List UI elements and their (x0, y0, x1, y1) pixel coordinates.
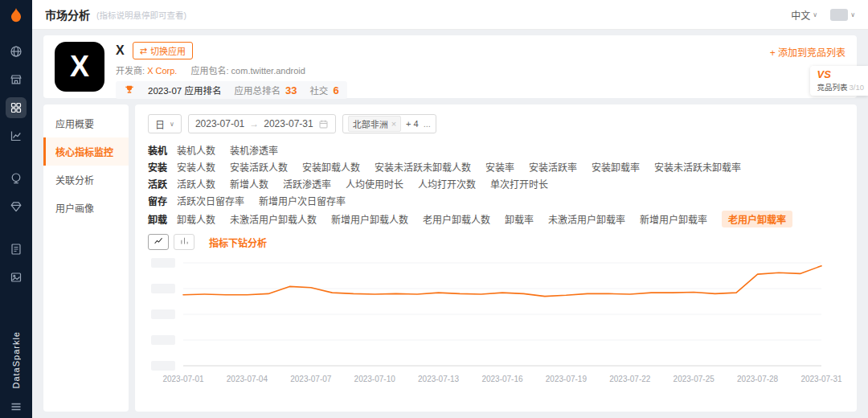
metric-link[interactable]: 安装未活跃未卸载率 (654, 160, 741, 174)
metric-link[interactable]: 安装人数 (177, 160, 215, 174)
chart-canvas: 2023-07-012023-07-042023-07-072023-07-10… (148, 258, 845, 395)
region-tag-label: 北部非洲 (353, 117, 388, 130)
calendar-icon (318, 119, 329, 129)
granularity-value: 日 (155, 117, 165, 131)
apps-grid-icon[interactable] (6, 97, 27, 118)
metric-link[interactable]: 新增用户卸载率 (640, 212, 707, 226)
svg-text:2023-07-28: 2023-07-28 (737, 375, 779, 383)
svg-text:2023-07-22: 2023-07-22 (609, 375, 651, 383)
developer-value[interactable]: X Corp. (147, 66, 177, 76)
metric-groups: 装机装机人数装机渗透率安装安装人数安装活跃人数安装卸载人数安装未活跃未卸载人数安… (148, 143, 844, 227)
account-menu[interactable]: ∨ (830, 9, 855, 21)
chevron-down-icon: ∨ (850, 11, 855, 18)
metric-link[interactable]: 装机人数 (177, 143, 215, 157)
metric-link[interactable]: 活跃次日留存率 (177, 194, 244, 207)
app-logo-x: X (55, 42, 104, 92)
remove-tag-icon[interactable]: × (391, 119, 396, 129)
drilldown-analysis-link[interactable]: 指标下钻分析 (209, 236, 267, 249)
market-icon[interactable] (6, 69, 27, 90)
metric-link[interactable]: 人均打开次数 (418, 177, 476, 191)
rank-period: 2023-07 应用排名 (148, 84, 221, 96)
metric-link[interactable]: 老用户卸载人数 (423, 212, 490, 226)
report-icon[interactable] (6, 239, 27, 260)
metric-link[interactable]: 老用户卸载率 (722, 211, 792, 227)
developer-label: 开发商: (116, 66, 145, 76)
svg-text:2023-07-07: 2023-07-07 (290, 375, 332, 383)
svg-text:2023-07-25: 2023-07-25 (674, 375, 715, 383)
datasparkle-flame-logo-icon[interactable] (7, 7, 25, 25)
metric-group-row: 活跃活跃人数新增人数活跃渗透率人均使用时长人均打开次数单次打开时长 (148, 177, 844, 191)
metric-link[interactable]: 安装未活跃未卸载人数 (375, 160, 471, 174)
metric-link[interactable]: 未激活用户卸载率 (548, 212, 625, 226)
svg-text:2023-07-19: 2023-07-19 (546, 375, 588, 383)
region-tag: 北部非洲 × (348, 116, 401, 132)
metric-link[interactable]: 新增用户次日留存率 (259, 194, 346, 207)
total-rank-value: 33 (285, 84, 297, 96)
sidebar: DataSparkle (0, 0, 32, 418)
language-selector[interactable]: 中文 ∨ (791, 8, 817, 22)
line-chart-icon (154, 235, 164, 249)
metric-link[interactable]: 装机渗透率 (230, 143, 278, 157)
submenu-item[interactable]: 关联分析 (43, 166, 129, 194)
package-value: com.twitter.android (231, 66, 305, 76)
globe-icon[interactable] (6, 41, 27, 62)
top-header: 市场分析 (指标说明悬停即可查看) 中文 ∨ ∨ (32, 0, 868, 29)
total-rank-label: 应用总排名 (234, 84, 280, 96)
vs-competitor-tab[interactable]: VS 竞品列表3/10 (810, 66, 868, 96)
region-filter[interactable]: 北部非洲 × + 4 ... (342, 114, 436, 133)
arrow-right-icon: → (249, 118, 259, 129)
app-summary-card: X X ⇄ 切换应用 开发商: X Corp. 应用包名: com.t (43, 35, 857, 98)
date-range-picker[interactable]: 2023-07-01 → 2023-07-31 (188, 114, 336, 133)
trend-chart-icon[interactable] (6, 125, 27, 146)
page-subtitle: (指标说明悬停即可查看) (96, 9, 186, 21)
switch-app-button[interactable]: ⇄ 切换应用 (133, 42, 193, 59)
category-rank-value: 6 (333, 84, 338, 96)
gem-icon[interactable] (6, 196, 27, 217)
world-analysis-icon[interactable] (6, 168, 27, 189)
granularity-select[interactable]: 日 ∨ (148, 114, 182, 133)
line-chart-toggle[interactable] (148, 234, 169, 250)
metric-link[interactable]: 活跃渗透率 (283, 177, 331, 191)
bar-chart-icon (179, 235, 190, 249)
metric-link[interactable]: 安装活跃率 (529, 160, 577, 174)
metric-link[interactable]: 未激活用户卸载人数 (230, 212, 317, 226)
metric-link[interactable]: 安装活跃人数 (230, 160, 288, 174)
metric-line-chart[interactable]: 2023-07-012023-07-042023-07-072023-07-10… (148, 258, 844, 395)
category-label: 社交 (309, 84, 328, 96)
metric-link[interactable]: 活跃人数 (177, 177, 215, 191)
chart-toolbar: 指标下钻分析 (148, 234, 844, 250)
competitor-list-summary: 竞品列表3/10 (817, 81, 864, 92)
region-more-count: + 4 (406, 119, 419, 129)
rank-strip: 2023-07 应用排名 应用总排名 33 社交 6 (116, 81, 347, 99)
app-root: DataSparkle 市场分析 (指标说明悬停即可查看) 中文 ∨ ∨ VS (0, 0, 868, 418)
vs-label: VS (817, 68, 864, 80)
metric-link[interactable]: 安装卸载人数 (302, 160, 360, 174)
bar-chart-toggle[interactable] (174, 234, 194, 250)
svg-text:2023-07-10: 2023-07-10 (354, 375, 396, 383)
metric-group-row: 装机装机人数装机渗透率 (148, 143, 844, 157)
add-to-competitor-list-button[interactable]: + 添加到竞品列表 (770, 45, 845, 59)
app-meta: 开发商: X Corp. 应用包名: com.twitter.android (116, 64, 845, 76)
metric-group-row: 留存活跃次日留存率新增用户次日留存率 (148, 194, 844, 207)
metric-link[interactable]: 新增用户卸载人数 (331, 212, 408, 226)
metric-group-label: 安装 (148, 160, 177, 174)
app-info: X ⇄ 切换应用 开发商: X Corp. 应用包名: com.twitter.… (116, 42, 845, 92)
topbar-right: 中文 ∨ ∨ (791, 8, 855, 22)
secondary-menu: 应用概要核心指标监控关联分析用户画像 (43, 104, 129, 412)
trophy-icon (124, 84, 135, 96)
metric-link[interactable]: 新增人数 (230, 177, 268, 191)
metric-link[interactable]: 安装率 (485, 160, 514, 174)
collapse-menu-icon[interactable] (10, 400, 23, 413)
region-ellipsis: ... (424, 119, 431, 129)
metric-link[interactable]: 卸载人数 (177, 212, 215, 226)
submenu-item[interactable]: 用户画像 (43, 194, 129, 222)
metric-link[interactable]: 安装卸载率 (592, 160, 640, 174)
category-rank: 社交 6 (309, 84, 338, 96)
page-title: 市场分析 (45, 6, 90, 23)
metric-link[interactable]: 卸载率 (505, 212, 534, 226)
metric-link[interactable]: 人均使用时长 (346, 177, 403, 191)
submenu-item[interactable]: 应用概要 (43, 109, 129, 137)
metric-link[interactable]: 单次打开时长 (490, 177, 548, 191)
submenu-item[interactable]: 核心指标监控 (43, 137, 129, 166)
gallery-icon[interactable] (6, 267, 27, 288)
